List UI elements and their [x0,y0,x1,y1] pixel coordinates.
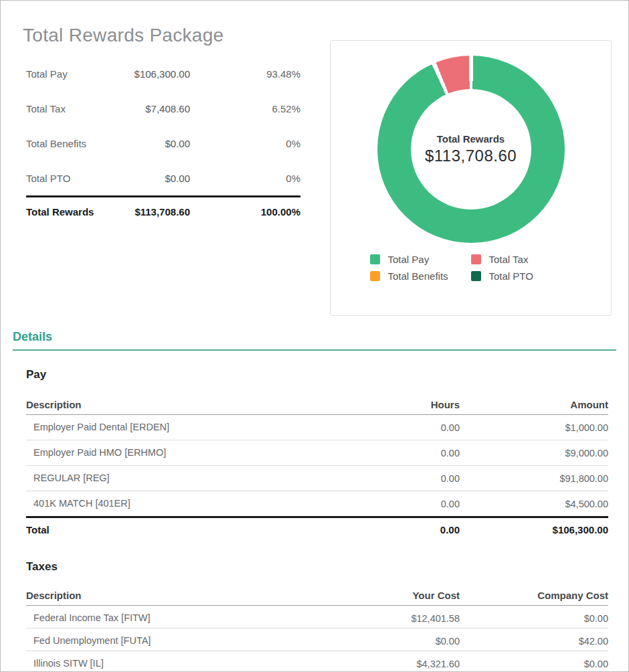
pay-section-heading: Pay [26,368,628,382]
legend-label: Total Tax [489,254,529,265]
chart-legend: Total Pay Total Tax Total Benefits Total… [331,254,611,282]
tax-your-cost: $0.00 [379,636,460,647]
summary-total-percent: 100.00% [190,206,300,218]
tax-company-cost: $42.00 [460,636,608,647]
summary-amount: $0.00 [120,138,190,149]
tax-company-cost: $0.00 [460,613,608,624]
pay-amount: $4,500.00 [460,499,608,509]
summary-row-total-benefits: Total Benefits $0.00 0% [26,126,300,161]
col-company-cost: Company Cost [460,590,608,601]
pay-description: REGULAR [REG] [26,466,173,491]
pay-description: Employer Paid Dental [ERDEN] [26,415,173,440]
table-row: Employer Paid HMO [ERHMO] 0.00 $9,000.00 [26,440,608,466]
legend-item-total-pay[interactable]: Total Pay [370,254,471,265]
table-row: Employer Paid Dental [ERDEN] 0.00 $1,000… [26,415,608,440]
legend-item-total-pto[interactable]: Total PTO [471,270,572,282]
pay-hours: 0.00 [379,422,460,433]
pay-total-amount: $106,300.00 [460,524,608,535]
total-tax-swatch-icon [471,254,481,264]
summary-amount: $0.00 [120,173,190,184]
summary-label: Total Pay [26,68,120,80]
pay-description: Employer Paid HMO [ERHMO] [26,440,173,465]
table-row: Illinois SITW [IL] $4,321.60 $0.00 [26,651,608,672]
table-row: Federal Income Tax [FITW] $12,401.58 $0.… [26,606,608,628]
donut-chart: Total Rewards $113,708.60 [377,56,565,243]
tax-description: Illinois SITW [IL] [26,651,173,672]
summary-percent: 93.48% [190,68,300,80]
col-hours: Hours [379,399,460,410]
summary-percent: 0% [190,173,300,184]
table-row: 401K MATCH [401ER] 0.00 $4,500.00 [26,491,608,516]
details-divider [13,349,616,351]
legend-item-total-tax[interactable]: Total Tax [471,254,572,265]
donut-center-value: $113,708.60 [425,147,517,165]
pay-total-hours: 0.00 [379,524,460,535]
summary-amount: $106,300.00 [120,68,190,80]
donut-center: Total Rewards $113,708.60 [411,89,531,209]
details-heading: Details [13,330,52,343]
tax-your-cost: $12,401.58 [379,613,460,624]
summary-row-total-pay: Total Pay $106,300.00 93.48% [26,56,300,91]
summary-label: Total Tax [26,103,120,114]
col-description: Description [26,590,379,601]
col-description: Description [26,399,379,410]
summary-table: Total Pay $106,300.00 93.48% Total Tax $… [26,56,300,218]
col-your-cost: Your Cost [379,590,460,601]
total-pto-swatch-icon [471,271,481,281]
legend-label: Total PTO [489,270,533,282]
summary-section: Total Rewards Package Total Pay $106,300… [1,25,628,319]
legend-label: Total Pay [388,254,430,265]
table-row: Fed Unemployment [FUTA] $0.00 $42.00 [26,628,608,651]
pay-hours: 0.00 [379,499,460,509]
taxes-section-heading: Taxes [26,560,628,574]
summary-row-total-pto: Total PTO $0.00 0% [26,161,300,195]
pay-amount: $1,000.00 [460,422,608,433]
tax-your-cost: $4,321.60 [379,659,460,669]
tax-company-cost: $0.00 [460,659,608,669]
taxes-table-header: Description Your Cost Company Cost [26,586,608,606]
total-benefits-swatch-icon [370,271,380,281]
total-pay-swatch-icon [370,254,380,264]
summary-amount: $7,408.60 [120,103,190,114]
tax-description: Fed Unemployment [FUTA] [26,628,173,653]
rewards-donut-chart-card: Total Rewards $113,708.60 Total Pay Tota… [330,40,612,316]
taxes-table: Description Your Cost Company Cost Feder… [26,586,608,672]
legend-item-total-benefits[interactable]: Total Benefits [370,270,471,282]
pay-total-row: Total 0.00 $106,300.00 [26,516,608,541]
legend-label: Total Benefits [388,270,448,282]
summary-percent: 6.52% [190,103,300,114]
pay-table-header: Description Hours Amount [26,395,608,415]
pay-total-label: Total [26,524,379,535]
tax-description: Federal Income Tax [FITW] [26,606,173,631]
col-amount: Amount [460,399,608,410]
summary-percent: 0% [190,138,300,149]
summary-row-total-rewards: Total Rewards $113,708.60 100.00% [26,195,300,218]
pay-hours: 0.00 [379,448,460,458]
pay-amount: $91,800.00 [460,473,608,484]
summary-label: Total Benefits [26,138,120,149]
table-row: REGULAR [REG] 0.00 $91,800.00 [26,466,608,491]
pay-amount: $9,000.00 [460,448,608,458]
summary-total-label: Total Rewards [26,206,120,218]
summary-label: Total PTO [26,173,120,184]
total-rewards-page: Total Rewards Package Total Pay $106,300… [0,0,629,672]
summary-total-amount: $113,708.60 [120,206,190,218]
pay-description: 401K MATCH [401ER] [26,491,173,516]
pay-hours: 0.00 [379,473,460,484]
summary-row-total-tax: Total Tax $7,408.60 6.52% [26,91,300,126]
donut-center-label: Total Rewards [437,133,505,145]
pay-table: Description Hours Amount Employer Paid D… [26,395,608,541]
